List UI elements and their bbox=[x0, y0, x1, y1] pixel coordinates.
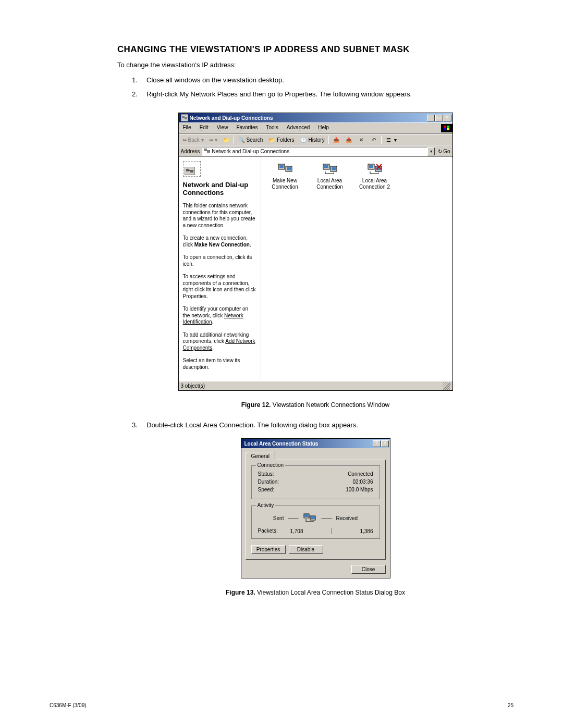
duration-value: 02:03:36 bbox=[353, 479, 373, 485]
svg-rect-4 bbox=[444, 128, 446, 130]
make-new-connection-item[interactable]: Make New Connection bbox=[266, 162, 304, 190]
search-button[interactable]: 🔍Search bbox=[236, 135, 265, 144]
svg-rect-7 bbox=[207, 150, 210, 153]
network-connections-window: Network and Dial-up Connections _ □ × Fi… bbox=[178, 113, 453, 391]
packets-label: Packets: bbox=[258, 528, 278, 534]
menu-file[interactable]: File bbox=[179, 124, 195, 132]
dialog-titlebar[interactable]: Local Area Connection Status ? × bbox=[241, 439, 390, 448]
svg-rect-5 bbox=[447, 128, 449, 130]
connection-wizard-icon bbox=[277, 162, 293, 176]
back-button[interactable]: ⬅ Back ▾ bbox=[181, 137, 205, 143]
left-panel: Network and Dial-up Connections This fol… bbox=[179, 157, 261, 381]
svg-rect-9 bbox=[190, 170, 193, 172]
folders-icon: 📂 bbox=[268, 136, 275, 143]
duration-label: Duration: bbox=[258, 479, 279, 485]
speed-value: 100.0 Mbps bbox=[346, 487, 373, 492]
svg-rect-1 bbox=[185, 117, 187, 119]
step-list-2: 3. Double-click Local Area Connection. T… bbox=[117, 421, 513, 429]
address-bar-row: Address Network and Dial-up Connections … bbox=[179, 145, 452, 157]
received-label: Received bbox=[336, 515, 358, 521]
folder-up-icon: 📁 bbox=[223, 136, 230, 143]
move-icon: 📥 bbox=[333, 136, 340, 143]
go-button[interactable]: ↻ Go bbox=[438, 149, 450, 154]
menubar: File Edit View Favorites Tools Advanced … bbox=[179, 122, 452, 134]
panel-text-5: To identify your computer on the network… bbox=[183, 306, 256, 326]
activity-icon bbox=[302, 512, 317, 524]
step-number: 1. bbox=[132, 76, 146, 84]
menu-favorites[interactable]: Favorites bbox=[232, 124, 262, 132]
local-area-connection-item[interactable]: Local Area Connection bbox=[311, 162, 349, 190]
menu-view[interactable]: View bbox=[213, 124, 232, 132]
close-button[interactable]: × bbox=[444, 115, 451, 121]
titlebar[interactable]: Network and Dial-up Connections _ □ × bbox=[179, 113, 452, 122]
local-area-connection-2-item[interactable]: Local Area Connection 2 bbox=[356, 162, 394, 190]
status-value: Connected bbox=[348, 471, 373, 477]
views-icon: ☰ bbox=[385, 136, 393, 143]
svg-rect-18 bbox=[332, 167, 336, 170]
address-bar[interactable]: Network and Dial-up Connections bbox=[202, 147, 427, 156]
status-text: 3 object(s) bbox=[181, 383, 205, 389]
connection-fieldset: Connection Status:Connected Duration:02:… bbox=[251, 465, 380, 499]
undo-icon: ↶ bbox=[370, 136, 377, 143]
menu-edit[interactable]: Edit bbox=[195, 124, 213, 132]
help-button[interactable]: ? bbox=[373, 440, 381, 447]
up-button[interactable]: 📁 bbox=[221, 135, 231, 144]
copy-icon: 📤 bbox=[345, 136, 352, 143]
panel-text-1: This folder contains network connections… bbox=[183, 203, 256, 229]
history-button[interactable]: 🕑History bbox=[298, 135, 326, 144]
delete-button[interactable]: ✕ bbox=[356, 135, 366, 144]
svg-rect-20 bbox=[369, 165, 373, 168]
figure-12-caption: Figure 12. Viewstation Network Connectio… bbox=[117, 401, 513, 409]
menu-advanced[interactable]: Advanced bbox=[283, 124, 314, 132]
forward-button[interactable]: ➡ ▾ bbox=[207, 137, 219, 143]
sent-label: Sent bbox=[273, 515, 284, 521]
undo-button[interactable]: ↶ bbox=[369, 135, 379, 144]
step-list: 1. Close all windows on the viewstation … bbox=[117, 76, 513, 98]
panel-text-2: To create a new connection, click Make N… bbox=[183, 235, 256, 248]
panel-icon bbox=[183, 161, 201, 177]
status-bar: 3 object(s) bbox=[179, 381, 452, 390]
svg-rect-16 bbox=[324, 165, 328, 168]
copy-to-button[interactable]: 📤 bbox=[344, 135, 354, 144]
status-label: Status: bbox=[258, 471, 274, 477]
svg-rect-0 bbox=[182, 116, 185, 118]
tab-general[interactable]: General bbox=[246, 452, 276, 460]
activity-fieldset: Activity Sent —— —— Received Packets: 1,… bbox=[251, 505, 380, 539]
speed-label: Speed: bbox=[258, 487, 275, 492]
window-icon bbox=[181, 114, 188, 121]
maximize-button[interactable]: □ bbox=[435, 115, 443, 121]
resize-grip[interactable] bbox=[443, 382, 450, 390]
connection-icon bbox=[322, 162, 338, 176]
page-title: CHANGING THE VIEWSTATION'S IP ADDRESS AN… bbox=[117, 44, 513, 55]
icon-area: Make New Connection Local Area Connectio… bbox=[261, 157, 452, 381]
close-button[interactable]: Close bbox=[351, 565, 386, 574]
address-text: Network and Dial-up Connections bbox=[212, 149, 289, 154]
svg-line-10 bbox=[189, 170, 190, 171]
menu-help[interactable]: Help bbox=[314, 124, 333, 132]
disable-button[interactable]: Disable bbox=[289, 545, 323, 554]
svg-rect-28 bbox=[311, 516, 315, 519]
window-title: Network and Dial-up Connections bbox=[190, 115, 427, 121]
views-button[interactable]: ☰▾ bbox=[384, 135, 398, 144]
menu-tools[interactable]: Tools bbox=[262, 124, 283, 132]
minimize-button[interactable]: _ bbox=[427, 115, 435, 121]
move-to-button[interactable]: 📥 bbox=[331, 135, 341, 144]
address-bar-icon bbox=[204, 147, 210, 155]
dialog-title: Local Area Connection Status bbox=[244, 441, 373, 447]
address-label: Address bbox=[181, 149, 200, 154]
connection-disabled-icon bbox=[367, 162, 383, 176]
svg-rect-14 bbox=[287, 167, 291, 170]
close-x-button[interactable]: × bbox=[381, 440, 389, 447]
step-number: 3. bbox=[132, 421, 146, 429]
packets-sent-value: 1,708 bbox=[290, 528, 303, 534]
folders-button[interactable]: 📂Folders bbox=[266, 135, 296, 144]
page-footer: C636M-F (3/09) 25 bbox=[50, 702, 513, 708]
svg-rect-6 bbox=[204, 149, 207, 151]
properties-button[interactable]: Properties bbox=[251, 545, 286, 554]
panel-text-4: To access settings and components of a c… bbox=[183, 274, 256, 300]
svg-rect-26 bbox=[304, 514, 309, 517]
connection-legend: Connection bbox=[256, 462, 286, 468]
svg-rect-12 bbox=[279, 165, 284, 168]
address-dropdown[interactable]: ▼ bbox=[427, 147, 435, 155]
step-3: Double-click Local Area Connection. The … bbox=[146, 421, 513, 429]
